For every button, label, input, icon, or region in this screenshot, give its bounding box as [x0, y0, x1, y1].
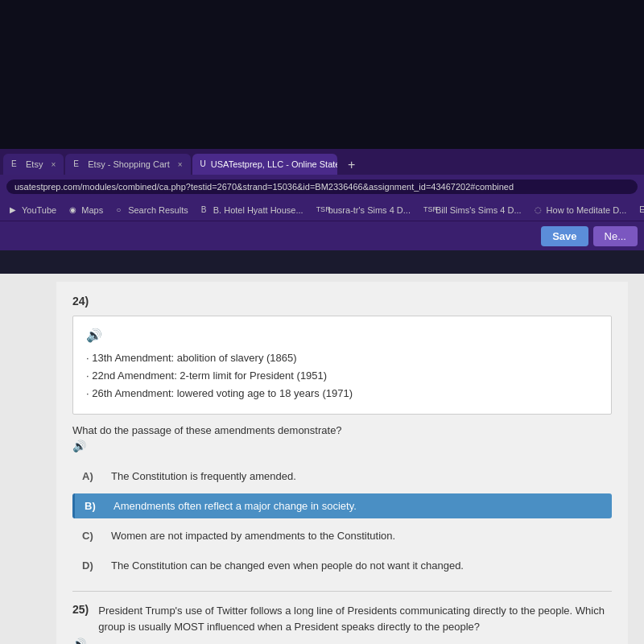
etsy-cart-favicon: E [73, 159, 83, 169]
bookmark-etsy[interactable]: E E Pr [636, 204, 644, 217]
bookmark-sims1[interactable]: TSR busra-tr's Sims 4 D... [313, 204, 414, 217]
bookmark-meditate-label: How to Meditate D... [547, 205, 627, 215]
answer-d-text: The Constitution can be changed even whe… [111, 559, 602, 572]
content-inner: 24) 🔊 · 13th Amendment: abolition of sla… [56, 282, 628, 644]
answer-a-letter: A) [82, 470, 98, 482]
maps-favicon: ◉ [69, 205, 79, 215]
question-24-prompt: What do the passage of these amendments … [72, 424, 612, 436]
hotel-favicon: B [201, 205, 211, 215]
question-24-number: 24) [72, 295, 612, 308]
save-button[interactable]: Save [541, 226, 588, 246]
address-input[interactable] [6, 180, 638, 194]
answer-d[interactable]: D) The Constitution can be changed even … [72, 553, 612, 578]
question-24: 24) 🔊 · 13th Amendment: abolition of sla… [72, 295, 612, 578]
answer-c-letter: C) [82, 530, 98, 542]
bookmarks-bar: ▶ YouTube ◉ Maps ○ Search Results B B. H… [0, 199, 644, 221]
tab-etsy-label: Etsy [26, 159, 43, 169]
question-24-box: 🔊 · 13th Amendment: abolition of slavery… [72, 316, 612, 415]
bookmark-sims2[interactable]: TSR Bill Sims's Sims 4 D... [420, 204, 525, 217]
answer-a[interactable]: A) The Constitution is frequently amende… [72, 464, 612, 489]
passage-audio-icon[interactable]: 🔊 [86, 328, 598, 343]
q25-audio-icon[interactable]: 🔊 [72, 638, 612, 644]
answer-b-letter: B) [85, 500, 101, 512]
question-25-number: 25) [72, 603, 89, 616]
bookmark-hotel[interactable]: B B. Hotel Hyatt House... [198, 204, 307, 217]
answer-a-text: The Constitution is frequently amended. [111, 470, 602, 482]
tab-bar: E Etsy × E Etsy - Shopping Cart × U USAT… [0, 149, 644, 175]
answer-c[interactable]: C) Women are not impacted by amendments … [72, 523, 612, 548]
bookmark-youtube[interactable]: ▶ YouTube [6, 204, 60, 217]
search-favicon: ○ [116, 205, 126, 215]
tab-usa[interactable]: U USATestprep, LLC - Online State... × [192, 154, 337, 175]
amendment-1: · 13th Amendment: abolition of slavery (… [86, 349, 598, 367]
bookmark-sims1-label: busra-tr's Sims 4 D... [328, 205, 411, 215]
youtube-favicon: ▶ [10, 205, 19, 215]
amendment-2: · 22nd Amendment: 2-term limit for Presi… [86, 367, 598, 385]
etsy2-favicon: E [639, 205, 644, 215]
usa-favicon: U [200, 159, 206, 169]
sims2-favicon: TSR [423, 205, 433, 215]
prompt-audio-icon[interactable]: 🔊 [72, 440, 612, 452]
answer-d-letter: D) [82, 559, 98, 572]
content-area: 24) 🔊 · 13th Amendment: abolition of sla… [0, 274, 644, 644]
tab-etsy[interactable]: E Etsy × [3, 154, 64, 175]
toolbar-area: Save Ne... [0, 221, 644, 250]
amendment-list: · 13th Amendment: abolition of slavery (… [86, 349, 598, 402]
bookmark-maps-label: Maps [81, 205, 103, 215]
bookmark-meditate[interactable]: ◌ How to Meditate D... [531, 204, 630, 217]
bookmark-hotel-label: B. Hotel Hyatt House... [213, 205, 303, 215]
question-25-prompt: President Trump's use of Twitter follows… [98, 603, 612, 634]
tab-etsy-cart-label: Etsy - Shopping Cart [88, 159, 170, 169]
answer-b-text: Amendments often reflect a major change … [114, 500, 602, 512]
next-button[interactable]: Ne... [593, 226, 638, 246]
new-tab-button[interactable]: + [342, 155, 361, 175]
bookmark-search[interactable]: ○ Search Results [113, 204, 192, 217]
bookmark-maps[interactable]: ◉ Maps [66, 204, 106, 217]
bookmark-youtube-label: YouTube [22, 205, 56, 215]
tab-usa-label: USATestprep, LLC - Online State... [211, 159, 337, 169]
bookmark-search-label: Search Results [128, 205, 188, 215]
tab-etsy-close[interactable]: × [51, 160, 56, 169]
tab-etsy-cart-close[interactable]: × [178, 160, 183, 169]
meditate-favicon: ◌ [535, 205, 544, 215]
question-25: 25) President Trump's use of Twitter fol… [72, 591, 612, 644]
address-bar [0, 175, 644, 199]
etsy-favicon: E [11, 159, 21, 169]
amendment-3: · 26th Amendment: lowered voting age to … [86, 385, 598, 402]
top-area [0, 0, 644, 149]
sims1-favicon: TSR [316, 205, 326, 215]
tab-etsy-cart[interactable]: E Etsy - Shopping Cart × [65, 154, 190, 175]
bookmark-sims2-label: Bill Sims's Sims 4 D... [436, 205, 522, 215]
answer-b[interactable]: B) Amendments often reflect a major chan… [72, 493, 612, 518]
answer-c-text: Women are not impacted by amendments to … [111, 530, 602, 542]
